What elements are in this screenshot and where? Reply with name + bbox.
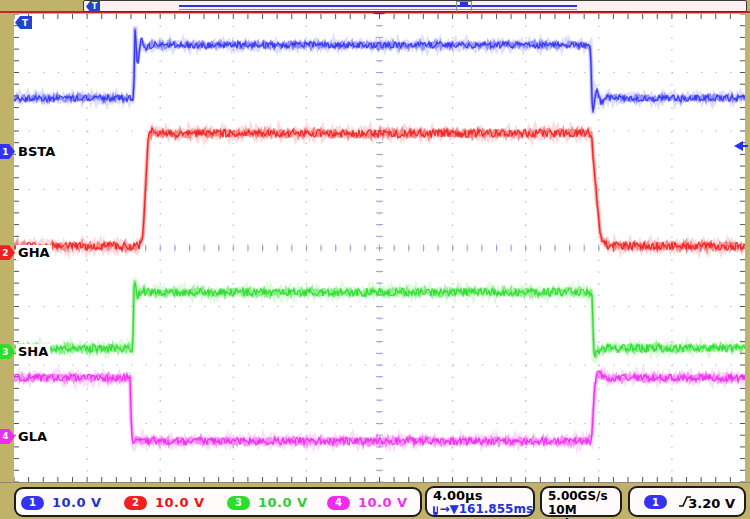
channel-4-scale-readout[interactable]: 410.0 V: [327, 495, 408, 510]
channel-1-ground-badge-number: 1: [2, 147, 8, 157]
trigger-level-arrow-tail: [743, 145, 748, 147]
graticule-bottom-edge: [0, 482, 750, 483]
channel-3-ground-badge[interactable]: 3: [0, 344, 15, 359]
timebase-scale: 4.00µs: [433, 489, 527, 503]
channel-1-label: BSTA: [16, 144, 57, 159]
record-waveform-preview: [179, 5, 577, 7]
record-trigger-t-icon: T: [86, 1, 100, 12]
waveform-plot: [14, 14, 745, 482]
channel-2-label: GHA: [16, 245, 52, 260]
record-view-bracket-fill: [460, 2, 468, 7]
sample-rate: 5.00GS/s: [548, 489, 614, 503]
trigger-level-value: 3.20 V: [688, 496, 735, 511]
channel-3-scale-value: 10.0 V: [258, 495, 308, 510]
channel-3-scale-readout[interactable]: 310.0 V: [227, 495, 308, 510]
channel-1-ground-badge[interactable]: 1: [0, 144, 15, 159]
channel-1-scale-value: 10.0 V: [52, 495, 102, 510]
channel-3-ground-badge-number: 3: [2, 347, 8, 357]
channel-2-badge: 2: [124, 496, 147, 510]
channel-4-ground-badge[interactable]: 4: [0, 429, 15, 444]
channel-4-ground-badge-number: 4: [2, 431, 8, 441]
trigger-readout[interactable]: 1 3.20 V: [628, 486, 746, 517]
channel-1-badge: 1: [21, 496, 44, 510]
record-overview-bar[interactable]: T: [83, 0, 747, 12]
timebase-readout[interactable]: 4.00µs T →▼ 161.855ms: [425, 486, 535, 517]
record-waveform-preview-shadow: [179, 9, 577, 10]
channel-4-label: GLA: [16, 429, 49, 444]
trigger-t-icon: T: [433, 505, 438, 515]
channel-2-ground-badge[interactable]: 2: [0, 245, 15, 260]
trigger-level-arrow-triangle: [734, 141, 743, 151]
trigger-level-arrow-icon[interactable]: [734, 141, 748, 151]
channel-scale-readouts[interactable]: 110.0 V210.0 V310.0 V410.0 V: [14, 487, 422, 517]
record-view-bracket[interactable]: [456, 1, 472, 12]
channel-4-scale-value: 10.0 V: [358, 495, 408, 510]
trigger-source-badge: 1: [644, 495, 667, 509]
timebase-delay-value: 161.855ms: [459, 503, 533, 516]
channel-2-ground-badge-number: 2: [2, 248, 8, 258]
channel-4-badge: 4: [327, 496, 350, 510]
channel-2-scale-value: 10.0 V: [155, 495, 205, 510]
acquisition-readout[interactable]: 5.00GS/s 10M points: [540, 486, 622, 517]
delay-arrow-icon: →▼: [439, 503, 458, 516]
channel-1-scale-readout[interactable]: 110.0 V: [21, 495, 102, 510]
channel-3-label: SHA: [16, 344, 50, 359]
waveform-trace-ch1-bsta: [14, 30, 745, 113]
record-length: 10M points: [548, 503, 614, 519]
waveform-display[interactable]: [14, 14, 745, 482]
channel-2-scale-readout[interactable]: 210.0 V: [124, 495, 205, 510]
channel-3-badge: 3: [227, 496, 250, 510]
